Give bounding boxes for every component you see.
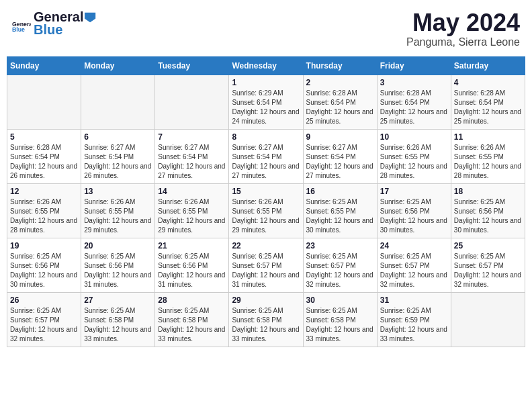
calendar-week-row: 5Sunrise: 6:28 AM Sunset: 6:54 PM Daylig… <box>7 129 525 183</box>
calendar-cell: 25Sunrise: 6:25 AM Sunset: 6:57 PM Dayli… <box>451 238 525 292</box>
calendar-cell: 29Sunrise: 6:25 AM Sunset: 6:58 PM Dayli… <box>229 292 303 347</box>
day-number: 23 <box>306 241 374 250</box>
day-number: 14 <box>158 187 226 196</box>
day-number: 5 <box>10 132 78 142</box>
calendar-cell: 5Sunrise: 6:28 AM Sunset: 6:54 PM Daylig… <box>7 129 81 183</box>
svg-text:Blue: Blue <box>12 26 25 33</box>
calendar-cell: 20Sunrise: 6:25 AM Sunset: 6:56 PM Dayli… <box>81 238 155 292</box>
day-info: Sunrise: 6:28 AM Sunset: 6:54 PM Dayligh… <box>454 89 522 126</box>
calendar-cell: 31Sunrise: 6:25 AM Sunset: 6:59 PM Dayli… <box>377 292 451 347</box>
calendar-cell <box>451 292 525 347</box>
calendar-table: SundayMondayTuesdayWednesdayThursdayFrid… <box>7 56 525 347</box>
calendar-cell: 6Sunrise: 6:27 AM Sunset: 6:54 PM Daylig… <box>81 129 155 183</box>
day-info: Sunrise: 6:25 AM Sunset: 6:57 PM Dayligh… <box>306 252 374 289</box>
calendar-cell: 26Sunrise: 6:25 AM Sunset: 6:57 PM Dayli… <box>7 292 81 347</box>
header-saturday: Saturday <box>451 56 525 75</box>
logo-icon: General Blue <box>12 14 31 33</box>
calendar-cell: 4Sunrise: 6:28 AM Sunset: 6:54 PM Daylig… <box>451 75 525 129</box>
day-info: Sunrise: 6:27 AM Sunset: 6:54 PM Dayligh… <box>232 143 300 181</box>
calendar-week-row: 1Sunrise: 6:29 AM Sunset: 6:54 PM Daylig… <box>7 75 525 129</box>
calendar-cell: 12Sunrise: 6:26 AM Sunset: 6:55 PM Dayli… <box>7 183 81 238</box>
day-info: Sunrise: 6:26 AM Sunset: 6:55 PM Dayligh… <box>10 197 78 235</box>
day-info: Sunrise: 6:27 AM Sunset: 6:54 PM Dayligh… <box>306 143 374 181</box>
day-number: 18 <box>454 187 522 196</box>
day-number: 21 <box>158 241 226 250</box>
day-info: Sunrise: 6:25 AM Sunset: 6:57 PM Dayligh… <box>232 252 300 289</box>
day-number: 27 <box>84 295 152 305</box>
calendar-cell: 27Sunrise: 6:25 AM Sunset: 6:58 PM Dayli… <box>81 292 155 347</box>
day-info: Sunrise: 6:25 AM Sunset: 6:56 PM Dayligh… <box>84 252 152 289</box>
day-info: Sunrise: 6:28 AM Sunset: 6:54 PM Dayligh… <box>380 89 448 126</box>
day-number: 28 <box>158 295 226 305</box>
logo: General Blue General Blue <box>12 9 97 38</box>
day-number: 25 <box>454 241 522 250</box>
day-info: Sunrise: 6:25 AM Sunset: 6:57 PM Dayligh… <box>380 252 448 289</box>
day-number: 3 <box>380 78 448 87</box>
header-sunday: Sunday <box>7 56 81 75</box>
day-number: 11 <box>454 132 522 142</box>
calendar-cell: 30Sunrise: 6:25 AM Sunset: 6:58 PM Dayli… <box>303 292 377 347</box>
day-number: 1 <box>232 78 300 87</box>
calendar-cell: 9Sunrise: 6:27 AM Sunset: 6:54 PM Daylig… <box>303 129 377 183</box>
day-info: Sunrise: 6:25 AM Sunset: 6:56 PM Dayligh… <box>380 197 448 235</box>
title-block: May 2024 Panguma, Sierra Leone <box>406 9 520 48</box>
day-info: Sunrise: 6:25 AM Sunset: 6:57 PM Dayligh… <box>10 306 78 344</box>
header-thursday: Thursday <box>303 56 377 75</box>
calendar-cell: 15Sunrise: 6:26 AM Sunset: 6:55 PM Dayli… <box>229 183 303 238</box>
day-number: 31 <box>380 295 448 305</box>
day-info: Sunrise: 6:25 AM Sunset: 6:58 PM Dayligh… <box>84 306 152 344</box>
day-number: 30 <box>306 295 374 305</box>
day-number: 26 <box>10 295 78 305</box>
calendar-cell: 28Sunrise: 6:25 AM Sunset: 6:58 PM Dayli… <box>155 292 229 347</box>
day-info: Sunrise: 6:27 AM Sunset: 6:54 PM Dayligh… <box>84 143 152 181</box>
day-info: Sunrise: 6:28 AM Sunset: 6:54 PM Dayligh… <box>10 143 78 181</box>
day-number: 22 <box>232 241 300 250</box>
calendar-cell: 2Sunrise: 6:28 AM Sunset: 6:54 PM Daylig… <box>303 75 377 129</box>
calendar-cell: 16Sunrise: 6:25 AM Sunset: 6:55 PM Dayli… <box>303 183 377 238</box>
calendar-cell: 14Sunrise: 6:26 AM Sunset: 6:55 PM Dayli… <box>155 183 229 238</box>
header-wednesday: Wednesday <box>229 56 303 75</box>
day-info: Sunrise: 6:25 AM Sunset: 6:59 PM Dayligh… <box>380 306 448 344</box>
calendar-cell <box>81 75 155 129</box>
day-number: 29 <box>232 295 300 305</box>
svg-marker-2 <box>85 12 95 21</box>
calendar-cell: 21Sunrise: 6:25 AM Sunset: 6:56 PM Dayli… <box>155 238 229 292</box>
day-info: Sunrise: 6:26 AM Sunset: 6:55 PM Dayligh… <box>380 143 448 181</box>
calendar-cell: 3Sunrise: 6:28 AM Sunset: 6:54 PM Daylig… <box>377 75 451 129</box>
calendar-cell: 18Sunrise: 6:25 AM Sunset: 6:56 PM Dayli… <box>451 183 525 238</box>
calendar-cell: 8Sunrise: 6:27 AM Sunset: 6:54 PM Daylig… <box>229 129 303 183</box>
calendar-cell: 7Sunrise: 6:27 AM Sunset: 6:54 PM Daylig… <box>155 129 229 183</box>
calendar-cell: 17Sunrise: 6:25 AM Sunset: 6:56 PM Dayli… <box>377 183 451 238</box>
day-number: 15 <box>232 187 300 196</box>
calendar-header-row: SundayMondayTuesdayWednesdayThursdayFrid… <box>7 56 525 75</box>
day-number: 19 <box>10 241 78 250</box>
calendar-cell: 1Sunrise: 6:29 AM Sunset: 6:54 PM Daylig… <box>229 75 303 129</box>
day-number: 20 <box>84 241 152 250</box>
calendar-cell: 22Sunrise: 6:25 AM Sunset: 6:57 PM Dayli… <box>229 238 303 292</box>
day-info: Sunrise: 6:26 AM Sunset: 6:55 PM Dayligh… <box>84 197 152 235</box>
page-header: General Blue General Blue May 2024 Pangu… <box>7 7 525 51</box>
day-number: 9 <box>306 132 374 142</box>
day-number: 17 <box>380 187 448 196</box>
calendar-cell: 11Sunrise: 6:26 AM Sunset: 6:55 PM Dayli… <box>451 129 525 183</box>
day-number: 4 <box>454 78 522 87</box>
calendar-cell <box>7 75 81 129</box>
header-monday: Monday <box>81 56 155 75</box>
day-number: 13 <box>84 187 152 196</box>
day-number: 16 <box>306 187 374 196</box>
calendar-subtitle: Panguma, Sierra Leone <box>406 36 520 48</box>
header-tuesday: Tuesday <box>155 56 229 75</box>
day-info: Sunrise: 6:28 AM Sunset: 6:54 PM Dayligh… <box>306 89 374 126</box>
calendar-cell: 24Sunrise: 6:25 AM Sunset: 6:57 PM Dayli… <box>377 238 451 292</box>
calendar-week-row: 19Sunrise: 6:25 AM Sunset: 6:56 PM Dayli… <box>7 238 525 292</box>
calendar-title: May 2024 <box>406 9 520 36</box>
day-info: Sunrise: 6:25 AM Sunset: 6:58 PM Dayligh… <box>306 306 374 344</box>
day-info: Sunrise: 6:25 AM Sunset: 6:56 PM Dayligh… <box>454 197 522 235</box>
day-info: Sunrise: 6:25 AM Sunset: 6:55 PM Dayligh… <box>306 197 374 235</box>
calendar-cell: 13Sunrise: 6:26 AM Sunset: 6:55 PM Dayli… <box>81 183 155 238</box>
day-number: 8 <box>232 132 300 142</box>
calendar-cell: 10Sunrise: 6:26 AM Sunset: 6:55 PM Dayli… <box>377 129 451 183</box>
day-info: Sunrise: 6:26 AM Sunset: 6:55 PM Dayligh… <box>158 197 226 235</box>
calendar-week-row: 12Sunrise: 6:26 AM Sunset: 6:55 PM Dayli… <box>7 183 525 238</box>
calendar-cell: 19Sunrise: 6:25 AM Sunset: 6:56 PM Dayli… <box>7 238 81 292</box>
